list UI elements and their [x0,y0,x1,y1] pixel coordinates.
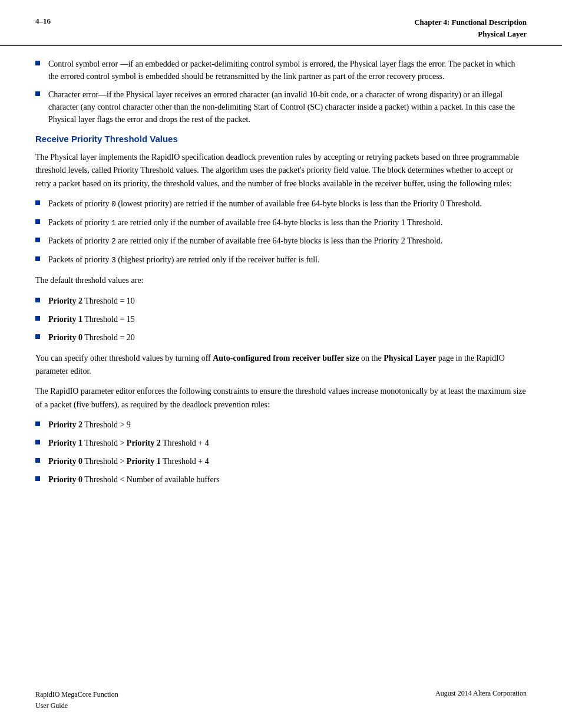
constraint-bullet-list: Priority 2 Threshold > 9 Priority 1 Thre… [35,419,527,486]
list-item: Priority 0 Threshold < Number of availab… [35,473,527,486]
c2-rest2: Threshold + 4 [161,439,209,447]
c3-rest2: Threshold + 4 [161,457,209,466]
page-footer: RapidIO MegaCore Function User Guide Aug… [35,689,527,711]
list-item: Packets of priority 1 are retried only i… [35,216,527,229]
list-item: Control symbol error —if an embedded or … [35,58,527,83]
auto-config-mid: on the [359,354,384,363]
c2-bold1: Priority 1 [48,439,82,447]
c4-rest: Threshold < Number of available buffers [82,475,220,484]
bullet-text-control-symbol: Control symbol error —if an embedded or … [48,58,527,83]
priority0-label: Priority 0 [48,333,82,342]
list-item: Priority 0 Threshold > Priority 1 Thresh… [35,455,527,467]
list-item: Priority 1 Threshold > Priority 2 Thresh… [35,437,527,449]
code-1: 1 [111,219,116,228]
header-chapter-info: Chapter 4: Functional Description Physic… [414,17,527,39]
section-heading-receive-priority: Receive Priority Threshold Values [35,134,527,144]
list-item: Character error—if the Physical layer re… [35,88,527,126]
rule-priority-2: Packets of priority 2 are retried only i… [48,235,527,248]
c3-bold2: Priority 1 [127,457,161,466]
bullet-icon [35,91,40,96]
c1-rest: Threshold > 9 [82,420,131,429]
bullet-icon [35,219,40,224]
page: 4–16 Chapter 4: Functional Description P… [0,0,562,728]
constraint-4: Priority 0 Threshold < Number of availab… [48,473,527,486]
list-item: Priority 1 Threshold = 15 [35,313,527,325]
default-priority1: Priority 1 Threshold = 15 [48,313,527,325]
bullet-icon [35,334,40,339]
bullet-icon [35,238,40,242]
constraint-3: Priority 0 Threshold > Priority 1 Thresh… [48,455,527,467]
list-item: Priority 2 Threshold > 9 [35,419,527,431]
priority0-value: Threshold = 20 [82,333,135,342]
bullet-icon [35,421,40,426]
constraint-2: Priority 1 Threshold > Priority 2 Thresh… [48,437,527,449]
top-bullet-list: Control symbol error —if an embedded or … [35,58,527,126]
rules-bullet-list: Packets of priority 0 (lowest priority) … [35,197,527,266]
list-item: Packets of priority 0 (lowest priority) … [35,197,527,210]
auto-config-bold2: Physical Layer [384,354,436,363]
bullet-icon [35,200,40,205]
priority2-label: Priority 2 [48,297,82,305]
list-item: Packets of priority 3 (highest priority)… [35,253,527,266]
bullet-icon [35,458,40,463]
header-chapter-line1: Chapter 4: Functional Description [414,17,527,28]
bullet-icon [35,316,40,321]
code-2: 2 [111,237,116,246]
rule-priority-1: Packets of priority 1 are retried only i… [48,216,527,229]
footer-left: RapidIO MegaCore Function User Guide [35,689,118,711]
c1-bold: Priority 2 [48,420,82,429]
default-intro: The default threshold values are: [35,274,527,287]
bullet-icon [35,61,40,65]
auto-config-before: You can specify other threshold values b… [35,354,213,363]
bullet-icon [35,298,40,302]
header-page-number: 4–16 [35,17,51,26]
constraint-1: Priority 2 Threshold > 9 [48,419,527,431]
c2-bold2: Priority 2 [127,439,161,447]
default-priority0: Priority 0 Threshold = 20 [48,331,527,344]
default-priority2: Priority 2 Threshold = 10 [48,295,527,307]
enforce-paragraph: The RapidIO parameter editor enforces th… [35,385,527,411]
bullet-icon [35,440,40,444]
footer-guide: User Guide [35,700,118,711]
code-0: 0 [111,200,116,209]
c2-rest1: Threshold > [82,439,127,447]
list-item: Priority 0 Threshold = 20 [35,331,527,344]
list-item: Packets of priority 2 are retried only i… [35,235,527,248]
list-item: Priority 2 Threshold = 10 [35,295,527,307]
c4-bold: Priority 0 [48,475,82,484]
auto-config-bold1: Auto-configured from receiver buffer siz… [213,354,359,363]
code-3: 3 [111,256,116,265]
intro-paragraph: The Physical layer implements the RapidI… [35,151,527,190]
bullet-icon [35,256,40,261]
priority1-value: Threshold = 15 [82,315,135,324]
rule-priority-3: Packets of priority 3 (highest priority)… [48,253,527,266]
c3-rest1: Threshold > [82,457,127,466]
default-values-list: Priority 2 Threshold = 10 Priority 1 Thr… [35,295,527,344]
priority2-value: Threshold = 10 [82,297,135,305]
bullet-icon [35,476,40,481]
footer-product: RapidIO MegaCore Function [35,689,118,700]
priority1-label: Priority 1 [48,315,82,324]
footer-right: August 2014 Altera Corporation [435,689,527,711]
c3-bold1: Priority 0 [48,457,82,466]
header-chapter-line2: Physical Layer [414,28,527,40]
page-content: Control symbol error —if an embedded or … [0,58,562,529]
bullet-text-character-error: Character error—if the Physical layer re… [48,88,527,126]
auto-config-paragraph: You can specify other threshold values b… [35,352,527,378]
page-header: 4–16 Chapter 4: Functional Description P… [0,0,562,46]
rule-priority-0: Packets of priority 0 (lowest priority) … [48,197,527,210]
